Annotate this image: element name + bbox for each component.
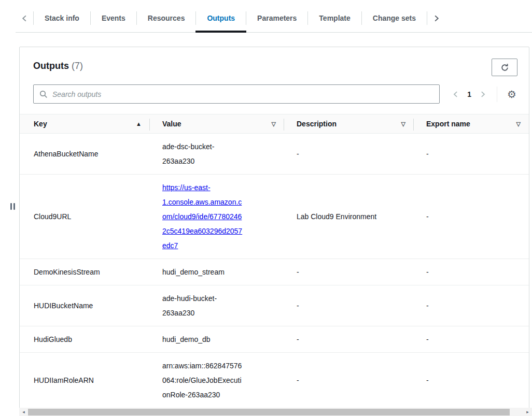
- column-header-value[interactable]: Value▽: [150, 114, 284, 134]
- output-key: Cloud9URL: [34, 209, 117, 224]
- scrollbar-thumb[interactable]: [28, 409, 510, 415]
- column-header-key[interactable]: Key▲: [20, 114, 150, 134]
- column-header-description[interactable]: Description▽: [284, 114, 414, 134]
- chevron-left-icon: [452, 91, 459, 98]
- outputs-table: Key▲ Value▽ Description▽ Export name▽ At…: [20, 114, 529, 408]
- page-title: Outputs(7): [33, 59, 83, 71]
- cell-key: HUDIIamRoleARN: [20, 353, 150, 408]
- cell-description: -: [284, 285, 414, 326]
- output-export-name: -: [426, 335, 429, 343]
- search-box: [33, 84, 440, 104]
- outputs-title-text: Outputs: [33, 61, 69, 71]
- table-row: HUDIBucketName ade-hudi-bucket-263aa230 …: [20, 285, 529, 326]
- table-row: DemoKinesisStream hudi_demo_stream - -: [20, 259, 529, 285]
- tab-events[interactable]: Events: [91, 9, 136, 27]
- previous-page-button[interactable]: [452, 91, 459, 98]
- output-key: HudiGluedb: [34, 332, 117, 347]
- column-label: Value: [162, 120, 181, 128]
- table-header-row: Key▲ Value▽ Description▽ Export name▽: [20, 114, 529, 134]
- cell-description: -: [284, 134, 414, 175]
- tab-template[interactable]: Template: [308, 9, 361, 27]
- cell-key: AthenaBucketName: [20, 134, 150, 175]
- cell-export-name: -: [414, 353, 529, 408]
- cell-value: arn:aws:iam::862847576064:role/GlueJobEx…: [150, 353, 284, 408]
- output-description: Lab Cloud9 Environment: [297, 212, 376, 221]
- column-label: Key: [34, 120, 47, 128]
- output-export-name: -: [426, 302, 429, 310]
- sort-icon: ▽: [516, 121, 521, 127]
- column-header-export-name[interactable]: Export name▽: [414, 114, 529, 134]
- output-description: -: [297, 268, 299, 276]
- table-row: AthenaBucketName ade-dsc-bucket-263aa230…: [20, 134, 529, 175]
- output-key: HUDIIamRoleARN: [34, 373, 117, 388]
- outputs-panel-header: Outputs(7): [20, 47, 529, 80]
- next-page-button[interactable]: [479, 91, 486, 98]
- output-description: -: [297, 150, 299, 158]
- output-value-link[interactable]: https://us-east-1.console.aws.amazon.com…: [162, 180, 245, 253]
- tab-parameters[interactable]: Parameters: [246, 9, 307, 27]
- sort-icon: ▽: [401, 121, 405, 127]
- search-input[interactable]: [52, 90, 433, 98]
- cell-key: Cloud9URL: [20, 175, 150, 259]
- output-value: ade-hudi-bucket-263aa230: [162, 291, 245, 320]
- refresh-icon: [500, 63, 509, 72]
- scrollbar-left-arrow[interactable]: ◂: [19, 408, 28, 416]
- panel-resize-handle[interactable]: [10, 203, 15, 210]
- tab-resources[interactable]: Resources: [137, 9, 196, 27]
- outputs-panel: Outputs(7): [19, 47, 529, 416]
- output-export-name: -: [426, 150, 429, 158]
- tab-change-sets[interactable]: Change sets: [362, 9, 427, 27]
- cell-description: -: [284, 353, 414, 408]
- outputs-table-body: AthenaBucketName ade-dsc-bucket-263aa230…: [20, 134, 529, 408]
- horizontal-scrollbar: ◂ ▸: [19, 408, 532, 416]
- cell-key: DemoKinesisStream: [20, 259, 150, 285]
- column-label: Export name: [426, 120, 470, 128]
- refresh-button[interactable]: [492, 59, 517, 76]
- cell-value: hudi_demo_stream: [150, 259, 284, 285]
- current-page-number[interactable]: 1: [467, 90, 471, 98]
- cell-value: hudi_demo_db: [150, 326, 284, 353]
- cell-export-name: -: [414, 134, 529, 175]
- stack-tab-bar: Stack info Events Resources Outputs Para…: [16, 7, 532, 29]
- cell-description: -: [284, 259, 414, 285]
- cell-value: https://us-east-1.console.aws.amazon.com…: [150, 175, 284, 259]
- tab-bar-rule: [16, 32, 532, 33]
- output-description: -: [297, 302, 299, 310]
- output-key: AthenaBucketName: [34, 147, 117, 161]
- table-row: HUDIIamRoleARN arn:aws:iam::862847576064…: [20, 353, 529, 408]
- output-export-name: -: [426, 268, 429, 276]
- cell-value: ade-dsc-bucket-263aa230: [150, 134, 284, 175]
- cell-export-name: -: [414, 259, 529, 285]
- cell-export-name: -: [414, 285, 529, 326]
- output-value: hudi_demo_db: [162, 332, 245, 347]
- outputs-count: (7): [72, 61, 83, 71]
- pagination: 1: [452, 90, 486, 98]
- output-export-name: -: [426, 376, 429, 384]
- toolbar-divider: [497, 87, 497, 102]
- sort-icon: ▲: [136, 121, 142, 127]
- cell-description: -: [284, 326, 414, 353]
- chevron-right-icon: [432, 15, 440, 22]
- output-description: -: [297, 376, 299, 384]
- column-label: Description: [297, 120, 337, 128]
- chevron-left-icon: [21, 15, 29, 22]
- cell-description: Lab Cloud9 Environment: [284, 175, 414, 259]
- tabs-scroll-left-button[interactable]: [16, 9, 33, 27]
- table-row: Cloud9URL https://us-east-1.console.aws.…: [20, 175, 529, 259]
- preferences-button[interactable]: ⚙: [506, 88, 517, 101]
- tab-stack-info[interactable]: Stack info: [34, 9, 90, 27]
- cell-export-name: -: [414, 326, 529, 353]
- output-value: ade-dsc-bucket-263aa230: [162, 139, 245, 168]
- tab-outputs[interactable]: Outputs: [196, 9, 246, 27]
- outputs-toolbar: 1 ⚙: [20, 80, 529, 114]
- scrollbar-right-arrow[interactable]: ▸: [523, 408, 532, 416]
- output-key: HUDIBucketName: [34, 298, 117, 313]
- gear-icon: ⚙: [507, 89, 516, 100]
- chevron-right-icon: [479, 91, 486, 98]
- output-description: -: [297, 335, 299, 343]
- search-icon: [39, 90, 48, 98]
- table-row: HudiGluedb hudi_demo_db - -: [20, 326, 529, 353]
- output-value: hudi_demo_stream: [162, 265, 245, 279]
- tabs-scroll-right-button[interactable]: [427, 9, 445, 27]
- cell-key: HUDIBucketName: [20, 285, 150, 326]
